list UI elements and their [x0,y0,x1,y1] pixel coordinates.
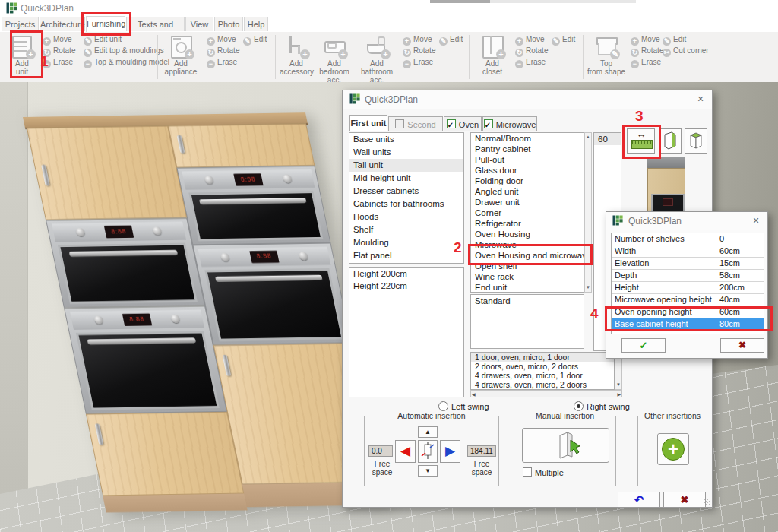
style-list[interactable]: Standard [470,294,584,349]
scroll-left-icon[interactable]: ◀ [472,391,476,397]
resize-grip[interactable] [704,499,710,505]
radio-on-icon[interactable] [574,401,584,411]
edit-top-mouldings-button[interactable]: ✎Edit top & mouldings [84,46,164,56]
top-moulding-model-button[interactable]: −Top & moulding model [84,58,169,68]
checkbox-unchecked-icon[interactable] [523,467,532,477]
view-solid-button[interactable] [659,128,682,154]
multiple-checkbox[interactable]: Multiple [523,467,564,477]
table-row[interactable]: Depth58cm [612,270,764,282]
insert-right-button[interactable]: ▶ [440,440,460,463]
list-item[interactable]: Dresser cabinets [349,185,463,198]
add-bedroom-accessory-button[interactable]: + Addbedroom acc. [314,34,355,84]
list-item[interactable]: Oven Housing [471,229,584,239]
cut-corner-button[interactable]: ✂Cut corner [663,46,709,56]
add-bathroom-accessory-button[interactable]: + Addbathroom acc. [356,34,398,84]
insert-center-button[interactable] [418,440,438,463]
erase-appliance-button[interactable]: −Erase [207,58,237,68]
rotate-top-button[interactable]: ↻Rotate [631,46,663,56]
move-appliance-button[interactable]: +Move [207,35,236,45]
add-appliance-button[interactable]: + Addappliance [161,34,201,76]
manual-insertion-button[interactable] [522,428,609,463]
tab-view[interactable]: View [185,17,213,31]
rotate-accessory-button[interactable]: ↻Rotate [403,46,435,56]
free-space-right-value[interactable]: 184.11 [467,445,496,457]
list-item[interactable]: Moulding [349,236,463,249]
height-list[interactable]: Height 200cm Height 220cm [349,267,464,397]
list-item[interactable]: Height 200cm [349,268,463,280]
table-row[interactable]: Elevation15cm [612,258,764,270]
list-item[interactable]: 4 drawers, oven, micro, 1 door [471,371,614,380]
table-row[interactable]: Width60cm [612,245,764,258]
type-list-scrollbar[interactable]: ▲ ▼ [584,132,592,293]
tab-projects[interactable]: Projects [2,17,39,31]
table-row[interactable]: Number of shelves0 [612,233,764,245]
list-item[interactable]: Cabinets for bathrooms [349,198,463,211]
erase-closet-button[interactable]: −Erase [515,58,546,68]
list-item[interactable]: Glass door [471,165,584,176]
edit-accessory-button[interactable]: ✎Edit [439,35,463,45]
variant-list[interactable]: 1 door, oven, micro, 1 door 2 doors, ove… [470,352,615,390]
tab-microwave[interactable]: ✓Microwave [482,116,537,131]
list-item[interactable]: Folding door [471,176,584,186]
list-item-selected[interactable]: 1 door, oven, micro, 1 door [471,353,614,362]
edit-top-button[interactable]: ✎Edit [663,35,686,45]
insert-left-button[interactable]: ◀ [395,440,416,463]
variant-list-hscrollbar[interactable]: ◀ ▶ [470,390,622,397]
list-item[interactable]: Height 220cm [349,280,463,292]
list-item[interactable]: Shelf [349,223,463,236]
list-item[interactable]: Refrigerator [471,218,584,229]
list-item[interactable]: Hoods [349,211,463,223]
list-item[interactable]: Wall units [349,146,463,159]
table-row[interactable]: Microwave opening height40cm [612,294,764,306]
cancel-button[interactable]: ✖ [663,492,706,508]
move-top-button[interactable]: +Move [631,35,659,45]
list-item-selected[interactable]: 60 [594,133,621,145]
radio-off-icon[interactable] [438,401,448,411]
confirm-button[interactable]: ✓ [621,338,666,353]
list-item[interactable]: Normal/Broom [471,133,584,144]
tab-architecture[interactable]: Architecture [40,17,85,31]
list-item[interactable]: Flat panel [349,249,463,262]
other-insertions-button[interactable]: + [657,433,689,465]
top-from-shape-button[interactable]: ✎ Topfrom shape [587,34,626,76]
cancel-button[interactable]: ✖ [720,338,764,353]
list-item[interactable]: 2 doors, oven, micro, 2 doors [471,362,614,371]
rotate-closet-button[interactable]: ↻Rotate [515,46,548,56]
tab-first-unit[interactable]: First unit [349,115,387,131]
close-icon[interactable]: × [749,214,763,228]
right-swing-radio[interactable]: Right swing [574,401,630,411]
insert-down-button[interactable]: ▼ [418,465,438,477]
list-item[interactable]: Wine rack [471,271,584,282]
scroll-up-icon[interactable]: ▲ [585,134,591,141]
move-closet-button[interactable]: +Move [515,35,544,45]
add-accessory-button[interactable]: + Addaccessory [280,34,313,76]
close-icon[interactable]: × [694,93,707,106]
edit-closet-button[interactable]: ✎Edit [552,35,575,45]
list-item[interactable]: Pull-out [471,154,584,165]
rotate-appliance-button[interactable]: ↻Rotate [207,46,239,56]
type-list[interactable]: Normal/Broom Pantry cabinet Pull-out Gla… [470,132,584,293]
edit-unit-button[interactable]: ✎Edit unit [84,35,122,45]
list-item[interactable]: Angled unit [471,186,584,197]
list-item[interactable]: Base units [349,133,463,146]
table-row[interactable]: Height200cm [612,282,764,294]
move-accessory-button[interactable]: +Move [403,35,432,45]
insert-up-button[interactable]: ▲ [418,426,438,438]
checkbox-checked-icon[interactable]: ✓ [484,119,493,128]
move-units-button[interactable]: +Move [43,35,71,45]
tab-help[interactable]: Help [244,17,268,31]
left-swing-radio[interactable]: Left swing [438,401,489,411]
list-item[interactable]: End unit [471,282,584,293]
list-item[interactable]: Standard [471,295,584,307]
free-space-left-value[interactable]: 0.0 [368,445,393,457]
list-item[interactable]: Mid-height unit [349,172,463,185]
edit-appliance-button[interactable]: ✎Edit [243,35,267,45]
checkbox-unchecked-icon[interactable] [395,119,404,128]
checkbox-checked-icon[interactable]: ✓ [447,119,456,128]
category-list[interactable]: Base units Wall units Tall unit Mid-heig… [349,132,464,264]
scroll-down-icon[interactable]: ▼ [615,382,621,388]
erase-accessory-button[interactable]: −Erase [403,58,433,68]
list-item[interactable]: Corner [471,207,584,218]
list-item-selected[interactable]: Tall unit [349,159,463,172]
undo-button[interactable]: ↶ [618,492,660,508]
